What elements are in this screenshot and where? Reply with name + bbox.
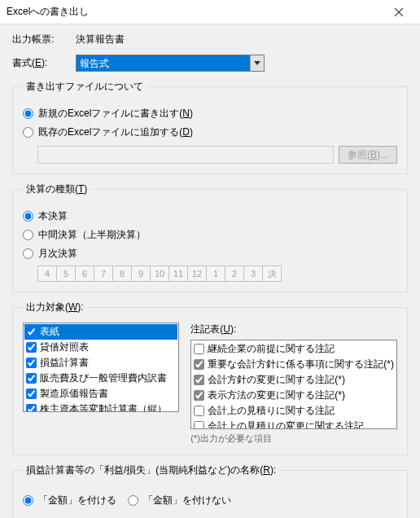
month-cell[interactable]: 3 xyxy=(243,266,263,282)
month-cell[interactable]: 8 xyxy=(112,266,132,282)
month-picker: 456789101112123決 xyxy=(23,266,397,282)
radio-mid[interactable]: 中間決算（上半期決算） xyxy=(23,228,397,242)
list-item[interactable]: 貸借対照表 xyxy=(24,340,177,355)
month-cell[interactable]: 決 xyxy=(262,266,282,282)
radio-existing-file-input[interactable] xyxy=(23,127,33,138)
output-legend: 出力対象(W): xyxy=(23,301,87,314)
month-cell[interactable]: 11 xyxy=(168,266,188,282)
month-cell[interactable]: 9 xyxy=(131,266,151,282)
list-checkbox[interactable] xyxy=(194,375,204,385)
file-legend: 書き出すファイルについて xyxy=(23,80,147,94)
list-item[interactable]: 株主資本等変動計算書（縦） xyxy=(24,402,177,412)
output-listbox[interactable]: 表紙貸借対照表損益計算書販売費及び一般管理費内訳書製造原価報告書株主資本等変動計… xyxy=(23,323,179,412)
window-title: Excelへの書き出し xyxy=(7,5,384,19)
notes-listbox[interactable]: 継続企業の前提に関する注記重要な会計方針に係る事項に関する注記(*)会計方針の変… xyxy=(190,340,397,429)
list-checkbox[interactable] xyxy=(26,404,37,412)
radio-new-file-input[interactable] xyxy=(23,108,33,119)
report-label: 出力帳票: xyxy=(12,33,76,46)
name-legend: 損益計算書等の「利益/損失」(当期純利益など)の名称(R): xyxy=(23,463,279,477)
list-checkbox[interactable] xyxy=(194,421,204,429)
list-item[interactable]: 製造原価報告書 xyxy=(24,386,177,402)
month-cell[interactable]: 10 xyxy=(150,266,169,282)
list-checkbox[interactable] xyxy=(26,342,37,353)
list-checkbox[interactable] xyxy=(26,388,37,399)
month-cell[interactable]: 12 xyxy=(187,266,207,282)
month-cell[interactable]: 1 xyxy=(206,266,225,282)
list-item[interactable]: 表紙 xyxy=(24,324,177,340)
list-item[interactable]: 損益計算書 xyxy=(24,355,177,371)
list-item[interactable]: 重要な会計方針に係る事項に関する注記(*) xyxy=(192,357,396,372)
radio-with-amount[interactable]: 「金額」を付ける xyxy=(23,494,116,507)
month-cell[interactable]: 7 xyxy=(94,266,113,282)
notes-label: 注記表(U): xyxy=(190,323,397,336)
list-checkbox[interactable] xyxy=(26,373,37,384)
radio-without-amount[interactable]: 「金額」を付けない xyxy=(128,494,231,507)
list-item[interactable]: 会計上の見積りに関する注記 xyxy=(192,403,396,419)
list-item[interactable]: 継続企業の前提に関する注記 xyxy=(192,341,396,357)
radio-monthly[interactable]: 月次決算 xyxy=(23,247,397,261)
list-item[interactable]: 会計方針の変更に関する注記(*) xyxy=(192,372,396,388)
type-legend: 決算の種類(T) xyxy=(23,182,90,196)
list-item[interactable]: 販売費及び一般管理費内訳書 xyxy=(24,371,177,386)
list-checkbox[interactable] xyxy=(194,406,204,416)
titlebar: Excelへの書き出し xyxy=(0,0,420,24)
list-item[interactable]: 表示方法の変更に関する注記(*) xyxy=(192,388,396,403)
list-item[interactable]: 会計上の見積りの変更に関する注記 xyxy=(192,419,396,429)
format-select[interactable]: 報告式 xyxy=(76,55,265,72)
notes-footer: (*)出力が必要な項目 xyxy=(190,432,397,445)
browse-button[interactable]: 参照(B)... xyxy=(339,146,397,164)
list-checkbox[interactable] xyxy=(194,359,204,370)
radio-new-file[interactable]: 新規のExcelファイルに書き出す(N) xyxy=(23,107,397,121)
radio-existing-file[interactable]: 既存のExcelファイルに追加する(D) xyxy=(23,125,397,139)
radio-main[interactable]: 本決算 xyxy=(23,209,397,223)
list-checkbox[interactable] xyxy=(194,390,204,401)
month-cell[interactable]: 6 xyxy=(75,266,94,282)
list-checkbox[interactable] xyxy=(194,344,204,354)
month-cell[interactable]: 4 xyxy=(37,266,57,282)
format-label: 書式(E): xyxy=(12,56,76,70)
file-path-input[interactable] xyxy=(37,146,334,164)
close-icon xyxy=(395,8,403,16)
close-button[interactable] xyxy=(384,2,413,22)
name-group: 損益計算書等の「利益/損失」(当期純利益など)の名称(R): 「金額」を付ける … xyxy=(12,463,408,518)
month-cell[interactable]: 2 xyxy=(225,266,244,282)
list-checkbox[interactable] xyxy=(26,358,37,368)
output-group: 出力対象(W): 表紙貸借対照表損益計算書販売費及び一般管理費内訳書製造原価報告… xyxy=(12,301,408,455)
report-value: 決算報告書 xyxy=(76,33,125,46)
month-cell[interactable]: 5 xyxy=(56,266,76,282)
file-group: 書き出すファイルについて 新規のExcelファイルに書き出す(N) 既存のExc… xyxy=(12,80,408,174)
list-checkbox[interactable] xyxy=(26,327,37,337)
type-group: 決算の種類(T) 本決算 中間決算（上半期決算） 月次決算 4567891011… xyxy=(12,182,408,292)
